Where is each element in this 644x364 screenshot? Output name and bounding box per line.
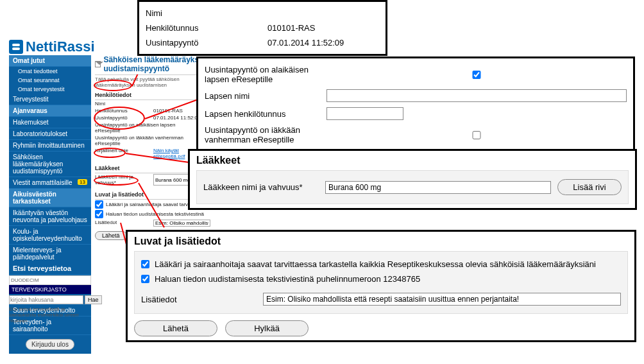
logo-text: NettiRassi [26,39,95,55]
child-checkbox[interactable] [326,71,627,79]
send-button[interactable]: Lähetä [95,231,127,240]
sidebar-sub[interactable]: Omat terveystestit [9,85,91,94]
label: Haluan tiedon uudistamisesta tekstiviest… [106,211,204,217]
child-name-input[interactable] [326,89,627,102]
callout-medicines: Lääkkeet Lääkkeen nimi ja vahvuus* Lisää… [188,149,637,210]
page-title: Sähköisen lääkemääräyksen uudistamispyyn… [95,55,210,75]
label: Uusintapyyntö on alaikäisen lapsen eRese… [205,65,320,84]
sidebar-item[interactable]: Mielenterveys- ja päihdepalvelut [9,245,91,263]
search-input[interactable] [9,295,83,304]
perm2-checkbox[interactable] [141,275,149,283]
main-form: Sähköisen lääkemääräyksen uudistamispyyn… [95,55,210,240]
badge-count: 13 [78,179,87,185]
callout-child-elder: Uusintapyyntö on alaikäisen lapsen eRese… [196,56,635,153]
section-henkilotiedot: Henkilötiedot [95,91,210,100]
page-subtitle: Tällä palvelulla voit pyytää sähköisen l… [95,76,210,88]
sidebar-item[interactable]: Ikääntyvän väestön neuvonta ja palveluoh… [9,207,91,226]
label: Uusintapyyntö [146,38,261,48]
label: Lapsen henkilötunnus [205,109,320,119]
envelope-icon [95,61,101,67]
label: Henkilötunnus [95,108,152,114]
search-title: Etsi terveystietoa [9,263,91,274]
add-row-button[interactable]: Lisää rivi [557,179,622,195]
sidebar-item[interactable]: Koulu- ja opiskeluterveydenhuolto [9,226,91,245]
sidebar-item-label: Viestit ammattilaisille [13,179,72,186]
label: Lääkkeen nimi ja vahvuus* [203,182,319,192]
callout-title: Luvat ja lisätiedot [134,236,628,247]
terveyskirjasto-label: TERVEYSKIRJASTO [9,285,91,294]
cancel-button[interactable]: Hylkää [225,320,309,336]
sidebar-ajanvaraus[interactable]: Ajanvaraus [9,105,91,117]
title-text: Sähköisen lääkemääräyksen uudistamispyyn… [103,55,210,73]
value: 010101-RAS [267,23,379,33]
sidebar-sub[interactable]: Omat seurannat [9,76,91,85]
sidebar-item[interactable]: Sähköisen lääkemääräyksen uudistamispyyn… [9,152,91,177]
duodecim-label: DUODECIM [9,275,91,285]
child-hetu-input[interactable] [326,107,403,120]
sidebar-item[interactable]: Hakemukset [9,117,91,128]
send-button[interactable]: Lähetä [134,320,217,336]
perm1-checkbox[interactable] [95,200,103,209]
sidebar-item[interactable]: Laboratoriotulokset [9,128,91,140]
logo: NettiRassi [9,39,95,55]
sidebar-terveystestit[interactable]: Terveystestit [9,94,91,105]
label: Lapsen nimi [205,91,320,101]
label: Lääkäri ja sairaanhoitaja saavat tarvitt… [155,259,596,269]
logo-icon [9,40,23,54]
label: Uusintapyyntö on alaikäisen lapsen eRese… [95,122,199,134]
elder-checkbox[interactable] [326,131,627,139]
lisatiedot-input[interactable] [153,220,210,227]
label: Henkilötunnus [146,23,261,33]
label: Lääkkeen nimi ja vahvuus* [95,174,152,186]
callout-personal-info: Nimi Henkilötunnus010101-RAS Uusintapyyn… [137,0,387,56]
label: Nimi [95,101,152,107]
label: Haluan tiedon uudistamisesta tekstiviest… [155,274,420,284]
label: Nimi [146,8,261,18]
sidebar-item[interactable]: Ryhmiin ilmoittautuminen [9,140,91,152]
label: Lisätiedot [141,295,257,304]
label: Kirjallinen ohje [95,148,152,159]
logout-button[interactable]: Kirjaudu ulos [26,339,74,350]
sidebar-omat-jutut[interactable]: Omat jutut [9,55,91,67]
lisatiedot-input[interactable] [263,293,621,306]
label: Uusintapyyntö [95,115,152,121]
sidebar-item[interactable]: Viestit ammattilaisille 13 [9,177,91,189]
sidebar-aikuis[interactable]: Aikuisväestön tarkastukset [9,189,91,207]
callout-permissions: Luvat ja lisätiedot Lääkäri ja sairaanho… [126,230,636,342]
perm1-checkbox[interactable] [141,260,149,268]
label: Uusintapyyntö on iäkkään vanhemman eRese… [95,135,199,146]
value: 07.01.2014 11:52:09 [267,38,379,48]
callout-title: Lääkkeet [196,155,629,166]
label: Uusintapyyntö on iäkkään vanhemman eRese… [205,125,320,144]
medicine-input[interactable] [325,181,551,194]
perm2-checkbox[interactable] [95,210,103,218]
search-note: Etsi tietoa terveydestä ja sairauksista … [9,306,91,324]
sidebar-sub[interactable]: Omat tiedotteet [9,67,91,76]
search-button[interactable]: Hae [85,295,102,304]
label: Lisätiedot [95,220,152,227]
search-panel: Etsi terveystietoa DUODECIM TERVEYSKIRJA… [9,263,91,324]
